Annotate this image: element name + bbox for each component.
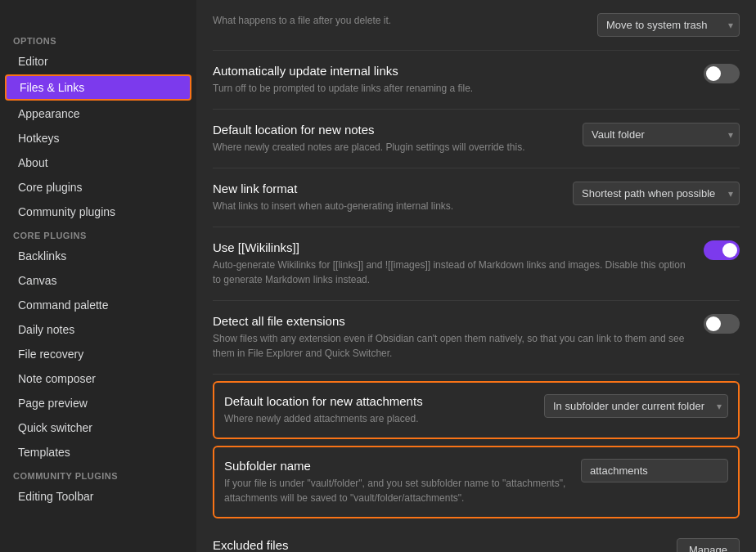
setting-detect-extensions: Detect all file extensionsShow files wit… <box>213 301 740 375</box>
settings-list: What happens to a file after you delete … <box>196 0 756 552</box>
close-button[interactable] <box>723 7 746 29</box>
sidebar-item-editing-toolbar[interactable]: Editing Toolbar <box>5 485 191 508</box>
dropdown-delete-behavior[interactable]: Move to system trashMove to Obsidian tra… <box>597 13 740 37</box>
setting-control-default-location: Vault folderRoot folderSame folder as cu… <box>583 123 740 146</box>
setting-excluded-files: Excluded filesExcluded files will be hid… <box>213 525 740 552</box>
setting-control-auto-update-links <box>704 64 740 83</box>
sidebar-item-canvas[interactable]: Canvas <box>5 269 191 292</box>
setting-name-default-location: Default location for new notes <box>213 123 569 137</box>
sidebar-item-editor[interactable]: Editor <box>5 50 191 73</box>
dropdown-default-location[interactable]: Vault folderRoot folderSame folder as cu… <box>583 123 740 146</box>
toggle-wikilinks[interactable] <box>704 240 740 260</box>
setting-name-auto-update-links: Automatically update internal links <box>213 64 691 78</box>
setting-desc-default-attachment-location: Where newly added attachments are placed… <box>224 411 531 426</box>
sidebar-item-community-plugins[interactable]: Community plugins <box>5 200 191 223</box>
setting-desc-wikilinks: Auto-generate Wikilinks for [[links]] an… <box>213 258 691 287</box>
setting-name-detect-extensions: Detect all file extensions <box>213 314 691 328</box>
setting-subfolder-name: Subfolder nameIf your file is under "vau… <box>213 446 740 518</box>
setting-text-subfolder-name: Subfolder nameIf your file is under "vau… <box>224 459 568 505</box>
setting-new-link-format: New link formatWhat links to insert when… <box>213 168 740 227</box>
toggle-auto-update-links[interactable] <box>704 64 740 83</box>
setting-control-subfolder-name <box>581 459 728 482</box>
sidebar-item-appearance[interactable]: Appearance <box>5 102 191 125</box>
setting-text-default-location: Default location for new notesWhere newl… <box>213 123 569 155</box>
setting-desc-delete-behavior: What happens to a file after you delete … <box>213 13 584 28</box>
setting-text-delete-behavior: What happens to a file after you delete … <box>213 13 584 28</box>
setting-text-auto-update-links: Automatically update internal linksTurn … <box>213 64 691 96</box>
sidebar-section-label-2: Core plugins <box>0 224 196 244</box>
setting-text-new-link-format: New link formatWhat links to insert when… <box>213 182 560 213</box>
sidebar-section-label-3: Community plugins <box>0 464 196 484</box>
button-excluded-files[interactable]: Manage <box>677 538 740 552</box>
sidebar-item-file-recovery[interactable]: File recovery <box>5 343 191 366</box>
dropdown-wrapper-default-attachment-location: In subfolder under current folderVault f… <box>544 394 728 418</box>
setting-text-wikilinks: Use [[Wikilinks]]Auto-generate Wikilinks… <box>213 240 691 287</box>
dropdown-default-attachment-location[interactable]: In subfolder under current folderVault f… <box>544 394 728 418</box>
dropdown-wrapper-delete-behavior: Move to system trashMove to Obsidian tra… <box>597 13 740 37</box>
sidebar-item-about[interactable]: About <box>5 151 191 174</box>
setting-desc-new-link-format: What links to insert when auto-generatin… <box>213 199 560 213</box>
sidebar: OptionsEditorFiles & LinksAppearanceHotk… <box>0 0 196 552</box>
app-title <box>0 7 196 29</box>
setting-control-detect-extensions <box>704 314 740 334</box>
setting-control-delete-behavior: Move to system trashMove to Obsidian tra… <box>597 13 740 37</box>
sidebar-item-quick-switcher[interactable]: Quick switcher <box>5 416 191 439</box>
setting-name-wikilinks: Use [[Wikilinks]] <box>213 240 691 254</box>
sidebar-item-daily-notes[interactable]: Daily notes <box>5 318 191 341</box>
dropdown-new-link-format[interactable]: Shortest path when possibleRelative path… <box>573 182 740 205</box>
sidebar-item-page-preview[interactable]: Page preview <box>5 392 191 415</box>
setting-name-excluded-files: Excluded files <box>213 538 664 552</box>
setting-delete-behavior: What happens to a file after you delete … <box>213 0 740 51</box>
setting-control-wikilinks <box>704 240 740 260</box>
sidebar-item-files-links[interactable]: Files & Links <box>5 74 191 101</box>
setting-auto-update-links: Automatically update internal linksTurn … <box>213 51 740 110</box>
setting-text-default-attachment-location: Default location for new attachmentsWher… <box>224 394 531 426</box>
setting-name-default-attachment-location: Default location for new attachments <box>224 394 531 408</box>
setting-text-detect-extensions: Detect all file extensionsShow files wit… <box>213 314 691 361</box>
sidebar-item-command-palette[interactable]: Command palette <box>5 294 191 316</box>
sidebar-item-templates[interactable]: Templates <box>5 441 191 464</box>
sidebar-item-note-composer[interactable]: Note composer <box>5 367 191 390</box>
setting-control-default-attachment-location: In subfolder under current folderVault f… <box>544 394 728 418</box>
setting-default-attachment-location: Default location for new attachmentsWher… <box>213 381 740 439</box>
toggle-detect-extensions[interactable] <box>704 314 740 334</box>
setting-desc-default-location: Where newly created notes are placed. Pl… <box>213 140 569 155</box>
setting-default-location: Default location for new notesWhere newl… <box>213 110 740 168</box>
setting-name-subfolder-name: Subfolder name <box>224 459 568 473</box>
setting-desc-auto-update-links: Turn off to be prompted to update links … <box>213 81 691 96</box>
text-input-subfolder-name[interactable] <box>581 459 728 482</box>
dropdown-wrapper-new-link-format: Shortest path when possibleRelative path… <box>573 182 740 205</box>
setting-control-excluded-files: Manage <box>677 538 740 552</box>
setting-text-excluded-files: Excluded filesExcluded files will be hid… <box>213 538 664 552</box>
setting-name-new-link-format: New link format <box>213 182 560 195</box>
sidebar-item-core-plugins[interactable]: Core plugins <box>5 176 191 199</box>
app-container: OptionsEditorFiles & LinksAppearanceHotk… <box>0 0 756 552</box>
setting-wikilinks: Use [[Wikilinks]]Auto-generate Wikilinks… <box>213 227 740 301</box>
dropdown-wrapper-default-location: Vault folderRoot folderSame folder as cu… <box>583 123 740 146</box>
sidebar-section-label-0: Options <box>0 29 196 49</box>
setting-control-new-link-format: Shortest path when possibleRelative path… <box>573 182 740 205</box>
setting-desc-subfolder-name: If your file is under "vault/folder", an… <box>224 476 568 505</box>
sidebar-item-hotkeys[interactable]: Hotkeys <box>5 127 191 150</box>
main-content: What happens to a file after you delete … <box>196 0 756 552</box>
setting-desc-detect-extensions: Show files with any extension even if Ob… <box>213 331 691 361</box>
sidebar-item-backlinks[interactable]: Backlinks <box>5 245 191 267</box>
